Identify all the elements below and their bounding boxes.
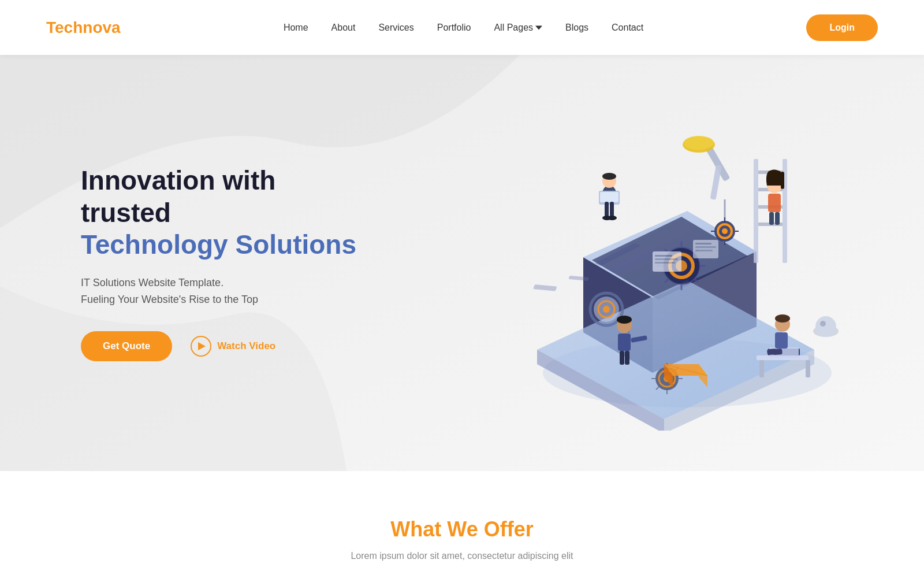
svg-rect-48: [775, 212, 780, 225]
nav-link-blogs[interactable]: Blogs: [565, 23, 588, 32]
svg-rect-38: [754, 159, 758, 263]
section-title: What We Offer: [0, 517, 924, 542]
hero-content: Innovation with trusted Technology Solut…: [0, 165, 358, 361]
hero-title-line2: Technology Solutions: [81, 229, 358, 261]
nav-link-contact[interactable]: Contact: [612, 23, 643, 32]
nav-link-portfolio[interactable]: Portfolio: [437, 23, 471, 32]
svg-rect-97: [693, 240, 718, 258]
navbar: Technova Home About Services Portfolio A…: [0, 0, 924, 55]
get-quote-button[interactable]: Get Quote: [81, 331, 172, 361]
svg-rect-47: [769, 212, 774, 225]
nav-item-portfolio[interactable]: Portfolio: [437, 23, 471, 33]
nav-item-contact[interactable]: Contact: [612, 23, 643, 33]
svg-rect-33: [600, 192, 619, 202]
nav-item-all-pages[interactable]: All Pages: [494, 23, 542, 33]
tech-illustration: [491, 95, 884, 431]
nav-links: Home About Services Portfolio All Pages …: [284, 23, 643, 33]
svg-rect-8: [533, 284, 557, 291]
svg-rect-49: [618, 334, 631, 351]
svg-rect-93: [653, 251, 681, 272]
hero-buttons: Get Quote Watch Video: [81, 331, 358, 361]
svg-point-70: [722, 228, 728, 234]
svg-point-37: [608, 216, 617, 220]
svg-rect-46: [781, 172, 784, 189]
what-we-offer-section: What We Offer Lorem ipsum dolor sit amet…: [0, 471, 924, 578]
hero-subtitle: IT Solutions Website Template. Fueling Y…: [81, 275, 358, 308]
nav-item-about[interactable]: About: [331, 23, 356, 33]
nav-link-services[interactable]: Services: [378, 23, 413, 32]
svg-rect-35: [610, 202, 614, 217]
svg-point-51: [617, 316, 632, 324]
chevron-down-icon: [535, 24, 542, 31]
hero-section: Innovation with trusted Technology Solut…: [0, 55, 924, 471]
svg-rect-34: [605, 202, 609, 217]
svg-point-91: [815, 316, 836, 337]
nav-link-home[interactable]: Home: [284, 23, 308, 32]
login-button[interactable]: Login: [806, 14, 878, 41]
svg-rect-66: [710, 165, 722, 200]
svg-rect-98: [695, 243, 711, 244]
svg-rect-57: [806, 360, 810, 377]
svg-rect-99: [695, 246, 716, 248]
play-icon: [191, 336, 211, 357]
svg-rect-96: [655, 262, 675, 264]
svg-point-31: [602, 173, 616, 180]
nav-item-services[interactable]: Services: [378, 23, 413, 33]
watch-video-button[interactable]: Watch Video: [191, 336, 275, 357]
svg-point-28: [603, 306, 610, 313]
svg-point-92: [820, 321, 826, 327]
nav-link-about[interactable]: About: [331, 23, 356, 32]
section-subtitle: Lorem ipsum dolor sit amet, consectetur …: [0, 551, 924, 561]
svg-rect-53: [620, 351, 624, 365]
svg-rect-60: [775, 332, 788, 349]
svg-point-76: [684, 136, 714, 150]
svg-rect-95: [655, 258, 678, 260]
svg-rect-56: [759, 360, 764, 377]
svg-rect-54: [625, 351, 629, 365]
hero-illustration: [450, 55, 924, 471]
svg-point-62: [775, 314, 790, 323]
svg-rect-64: [773, 349, 783, 355]
svg-rect-100: [695, 250, 713, 251]
nav-item-blogs[interactable]: Blogs: [565, 23, 588, 33]
brand-logo[interactable]: Technova: [46, 18, 121, 37]
svg-rect-94: [655, 255, 672, 257]
nav-item-home[interactable]: Home: [284, 23, 308, 33]
svg-rect-44: [768, 194, 781, 212]
nav-link-all-pages[interactable]: All Pages: [494, 23, 542, 33]
hero-title-line1: Innovation with trusted: [81, 165, 358, 228]
